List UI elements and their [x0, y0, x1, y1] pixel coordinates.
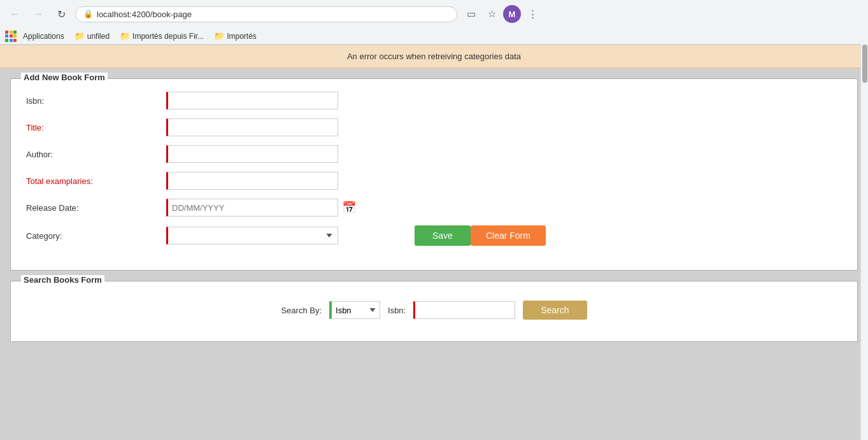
isbn-input[interactable]: [166, 92, 338, 110]
address-bar[interactable]: 🔒 localhost:4200/book-page: [75, 6, 457, 22]
bookmark-importes-fir[interactable]: 📁 Importés depuis Fir...: [116, 30, 208, 42]
browser-chrome: ← → ↻ 🔒 localhost:4200/book-page ▭ ☆ M ⋮…: [0, 0, 868, 45]
bookmarks-bar: Applications 📁 unfiled 📁 Importés depuis…: [0, 28, 868, 45]
calendar-icon[interactable]: 📅: [342, 201, 356, 215]
add-book-form-section: Add New Book Form Isbn: Title: Author: T…: [10, 78, 858, 271]
error-message: An error occurs when retreiving categori…: [347, 52, 521, 61]
lock-icon: 🔒: [83, 10, 93, 18]
search-books-form-section: Search Books Form Search By: Isbn Title …: [10, 281, 858, 342]
title-label: Title:: [26, 123, 166, 132]
folder-icon-1: 📁: [75, 31, 85, 41]
main-area: Add New Book Form Isbn: Title: Author: T…: [0, 68, 868, 352]
reload-button[interactable]: ↻: [52, 5, 70, 23]
page-content: An error occurs when retreiving categori…: [0, 45, 868, 440]
search-row: Search By: Isbn Title Author Isbn: Searc…: [26, 294, 842, 326]
scrollbar[interactable]: [860, 43, 868, 440]
search-isbn-label: Isbn:: [388, 306, 406, 315]
bookmark-importes-label: Importés: [227, 32, 257, 41]
total-examplaries-input[interactable]: [166, 172, 338, 190]
author-row: Author:: [26, 145, 842, 163]
date-wrapper: 📅: [166, 199, 356, 216]
add-form-legend: Add New Book Form: [21, 73, 108, 82]
url-text: localhost:4200/book-page: [97, 10, 449, 19]
release-date-input[interactable]: [166, 199, 338, 216]
apps-icon[interactable]: [5, 31, 17, 42]
folder-icon-2: 📁: [120, 31, 130, 41]
applications-label: Applications: [23, 32, 64, 41]
browser-toolbar: ← → ↻ 🔒 localhost:4200/book-page ▭ ☆ M ⋮: [0, 0, 868, 28]
category-label: Category:: [26, 231, 166, 241]
total-examplaries-row: Total examplaries:: [26, 172, 842, 190]
bookmark-unfiled[interactable]: 📁 unfiled: [71, 30, 113, 42]
author-label: Author:: [26, 150, 166, 159]
bookmark-importes-fir-label: Importés depuis Fir...: [132, 32, 204, 41]
title-row: Title:: [26, 118, 842, 136]
bookmark-importes[interactable]: 📁 Importés: [210, 30, 260, 42]
release-date-label: Release Date:: [26, 203, 166, 213]
total-examplaries-label: Total examplaries:: [26, 176, 166, 186]
search-isbn-input[interactable]: [413, 301, 515, 319]
bookmark-applications[interactable]: Applications: [19, 31, 68, 42]
toolbar-right: ▭ ☆ M ⋮: [462, 5, 541, 23]
scrollbar-thumb: [862, 45, 867, 83]
bookmark-unfiled-label: unfiled: [87, 32, 110, 41]
isbn-row: Isbn:: [26, 92, 842, 110]
forward-button[interactable]: →: [29, 5, 47, 23]
account-button[interactable]: M: [503, 5, 521, 23]
menu-button[interactable]: ⋮: [523, 5, 541, 23]
cast-button[interactable]: ▭: [462, 5, 480, 23]
search-button[interactable]: Search: [523, 301, 587, 320]
category-select[interactable]: [166, 227, 338, 245]
isbn-label: Isbn:: [26, 96, 166, 106]
folder-icon-3: 📁: [214, 31, 224, 41]
error-banner: An error occurs when retreiving categori…: [0, 45, 868, 68]
author-input[interactable]: [166, 145, 338, 163]
save-button[interactable]: Save: [415, 225, 471, 246]
bookmark-button[interactable]: ☆: [483, 5, 501, 23]
clear-form-button[interactable]: Clear Form: [471, 225, 546, 246]
search-by-label: Search By:: [281, 306, 322, 315]
back-button[interactable]: ←: [6, 5, 24, 23]
release-date-row: Release Date: 📅: [26, 199, 842, 216]
category-row: Category: Save Clear Form: [26, 225, 842, 246]
search-form-legend: Search Books Form: [21, 275, 104, 285]
search-by-select[interactable]: Isbn Title Author: [329, 301, 380, 319]
title-input[interactable]: [166, 118, 338, 136]
